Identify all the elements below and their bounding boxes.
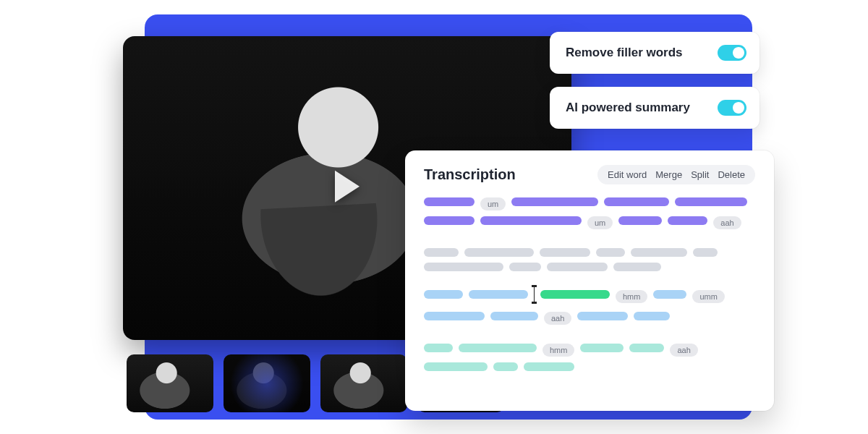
- toggle-ai-summary[interactable]: [718, 100, 746, 116]
- action-merge[interactable]: Merge: [655, 169, 682, 180]
- word-bar[interactable]: [675, 197, 747, 206]
- filler-word[interactable]: um: [480, 197, 506, 210]
- word-bar[interactable]: [490, 312, 538, 320]
- word-bar[interactable]: [618, 216, 662, 225]
- filler-word[interactable]: um: [587, 216, 613, 229]
- thumbnail-image: [127, 354, 213, 412]
- word-bar[interactable]: [580, 344, 624, 352]
- word-bar[interactable]: [631, 248, 687, 257]
- option-ai-summary: AI powered summary: [550, 87, 760, 129]
- filler-word[interactable]: umm: [692, 290, 724, 303]
- filler-word[interactable]: aah: [713, 216, 741, 229]
- word-bar[interactable]: [424, 216, 475, 225]
- transcript-paragraph: [424, 248, 755, 271]
- word-bar[interactable]: [653, 290, 686, 299]
- word-bar[interactable]: [668, 216, 707, 225]
- text-cursor-icon: [534, 286, 535, 302]
- filler-word[interactable]: aah: [544, 312, 571, 325]
- timeline-thumbnail[interactable]: [224, 354, 310, 412]
- word-bar[interactable]: [459, 344, 537, 352]
- word-bar[interactable]: [493, 362, 518, 371]
- transcription-title: Transcription: [424, 166, 516, 183]
- transcription-header: Transcription Edit word Merge Split Dele…: [424, 165, 755, 184]
- transcript-paragraph: umumaah: [424, 197, 755, 229]
- filler-word[interactable]: aah: [670, 344, 697, 357]
- word-bar[interactable]: [524, 362, 574, 371]
- option-remove-fillers: Remove filler words: [550, 32, 760, 74]
- toggle-remove-fillers[interactable]: [718, 45, 746, 61]
- word-bar[interactable]: [604, 197, 669, 206]
- action-split[interactable]: Split: [691, 169, 709, 180]
- transcription-panel: Transcription Edit word Merge Split Dele…: [405, 150, 774, 411]
- play-icon[interactable]: [335, 171, 359, 203]
- word-bar[interactable]: [424, 263, 503, 271]
- transcript-paragraph: hmmummaah: [424, 290, 755, 325]
- filler-word[interactable]: hmm: [542, 344, 574, 357]
- transcript-paragraph: hmmaah: [424, 344, 755, 371]
- action-delete[interactable]: Delete: [718, 169, 745, 180]
- option-label: AI powered summary: [566, 101, 690, 115]
- word-bar[interactable]: [540, 248, 590, 257]
- word-bar[interactable]: [634, 312, 670, 320]
- timeline-thumbnail[interactable]: [127, 354, 213, 412]
- thumbnail-image: [320, 354, 407, 412]
- transcription-body: umumaahhmmummaahhmmaah: [424, 197, 755, 371]
- word-bar[interactable]: [424, 312, 485, 320]
- thumbnail-image: [224, 354, 310, 412]
- word-bar[interactable]: [424, 248, 459, 257]
- word-bar[interactable]: [540, 290, 610, 299]
- word-bar[interactable]: [464, 248, 534, 257]
- word-bar[interactable]: [629, 344, 664, 352]
- word-bar[interactable]: [424, 344, 453, 352]
- word-bar[interactable]: [511, 197, 598, 206]
- word-bar[interactable]: [577, 312, 628, 320]
- filler-word[interactable]: hmm: [616, 290, 647, 303]
- word-bar[interactable]: [693, 248, 718, 257]
- word-bar[interactable]: [424, 197, 475, 206]
- word-bar[interactable]: [547, 263, 608, 271]
- timeline-thumbnail[interactable]: [320, 354, 407, 412]
- app-stage: Remove filler words AI powered summary T…: [0, 0, 868, 434]
- word-bar[interactable]: [509, 263, 541, 271]
- word-bar[interactable]: [424, 362, 488, 371]
- word-bar[interactable]: [424, 290, 463, 299]
- transcription-actions: Edit word Merge Split Delete: [597, 165, 755, 184]
- word-bar[interactable]: [596, 248, 625, 257]
- word-bar[interactable]: [480, 216, 582, 225]
- action-edit-word[interactable]: Edit word: [608, 169, 647, 180]
- word-bar[interactable]: [613, 263, 661, 271]
- word-bar[interactable]: [469, 290, 528, 299]
- option-label: Remove filler words: [566, 46, 683, 60]
